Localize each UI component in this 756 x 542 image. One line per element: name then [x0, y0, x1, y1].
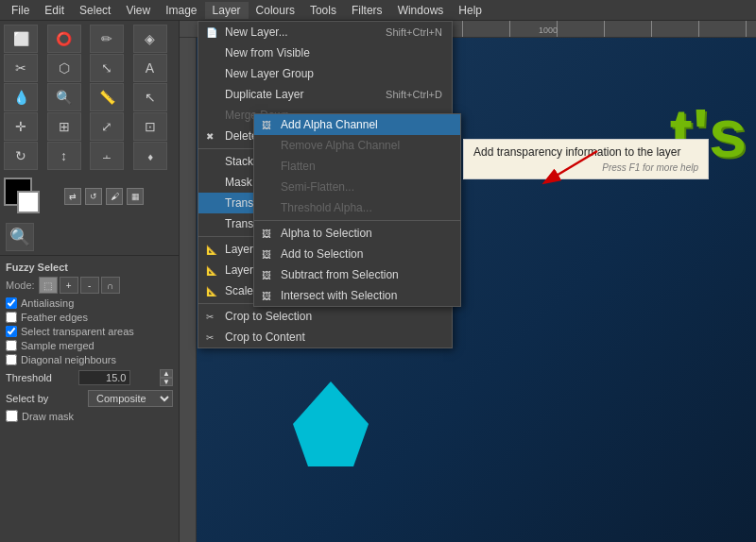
flatten-label: Flatten [281, 160, 316, 173]
menu-windows[interactable]: Windows [390, 2, 452, 19]
tool-align[interactable]: ⊞ [47, 112, 81, 141]
pattern-icon[interactable]: ▦ [127, 188, 144, 205]
threshold-label: Threshold [6, 372, 52, 383]
sample-merged-label: Sample merged [21, 340, 94, 351]
intersect-selection-icon: 🖼 [262, 291, 271, 301]
tool-zoom[interactable]: 🔍 [47, 83, 81, 111]
diagonal-neighbours-checkbox[interactable] [6, 354, 17, 365]
color-swatches[interactable] [4, 178, 51, 215]
tool-perspective[interactable]: ⬧ [133, 142, 167, 170]
menu-remove-alpha: Remove Alpha Channel [254, 135, 460, 156]
layer-to-image-icon: 📐 [206, 265, 217, 276]
menu-alpha-to-selection[interactable]: 🖼 Alpha to Selection [254, 223, 460, 244]
info-hint-text: Press F1 for more help [473, 162, 698, 173]
menu-new-layer-group[interactable]: New Layer Group [198, 63, 452, 84]
diagonal-neighbours-row: Diagonal neighbours [6, 354, 173, 365]
new-layer-shortcut: Shift+Ctrl+N [367, 26, 442, 38]
ruler-left [180, 38, 197, 542]
select-by-row: Select by Composite [6, 390, 173, 407]
tool-free-select[interactable]: ✏ [90, 25, 124, 53]
delete-icon: ✖ [206, 131, 214, 142]
menu-add-to-selection[interactable]: 🖼 Add to Selection [254, 244, 460, 264]
feather-edges-checkbox[interactable] [6, 312, 17, 323]
tool-shear[interactable]: ⫠ [90, 142, 124, 170]
alpha-selection-icon: 🖼 [262, 229, 271, 239]
tool-color-pick[interactable]: 💧 [4, 83, 38, 111]
threshold-down[interactable]: ▼ [160, 378, 173, 386]
menu-file[interactable]: File [4, 2, 37, 19]
draw-mask-checkbox[interactable] [6, 410, 18, 422]
antialiasing-label: Antialiasing [21, 297, 74, 309]
crop-content-label: Crop to Content [225, 330, 305, 344]
tool-text[interactable]: A [133, 54, 167, 82]
info-main-text: Add transparency information to the laye… [473, 145, 698, 159]
tool-transform[interactable]: ⤢ [90, 112, 124, 141]
menu-colours[interactable]: Colours [249, 2, 302, 19]
remove-alpha-label: Remove Alpha Channel [281, 139, 400, 152]
menu-semi-flatten: Semi-Flatten... [254, 177, 460, 197]
tool-foreground-select[interactable]: ⬡ [47, 54, 81, 82]
tool-measure[interactable]: 📏 [90, 83, 124, 111]
menu-threshold-alpha: Threshold Alpha... [254, 197, 460, 218]
menu-layer[interactable]: Layer [205, 2, 249, 19]
tool-paths[interactable]: ⤡ [90, 54, 124, 82]
tool-crop[interactable]: ⊡ [133, 112, 167, 141]
add-alpha-icon: 🖼 [262, 120, 271, 130]
menu-view[interactable]: View [118, 2, 158, 19]
menu-help[interactable]: Help [451, 2, 490, 19]
threshold-input[interactable]: 15.0 [78, 370, 130, 385]
select-transparent-checkbox[interactable] [6, 326, 17, 337]
mode-row: Mode: ⬚ + - ∩ [6, 277, 173, 294]
fuzzy-select-options: Fuzzy Select Mode: ⬚ + - ∩ Antialiasing … [0, 255, 179, 428]
mode-intersect[interactable]: ∩ [101, 277, 120, 294]
crop-selection-icon: ✂ [206, 312, 214, 322]
search-icon[interactable]: 🔍 [6, 223, 34, 251]
mode-subtract[interactable]: - [80, 277, 99, 294]
mode-replace[interactable]: ⬚ [39, 277, 58, 294]
transparency-submenu: 🖼 Add Alpha Channel Remove Alpha Channel… [253, 113, 461, 307]
menu-tools[interactable]: Tools [302, 2, 344, 19]
sample-merged-checkbox[interactable] [6, 340, 17, 351]
tool-scale[interactable]: ↕ [47, 142, 81, 170]
menu-select[interactable]: Select [72, 2, 118, 19]
threshold-alpha-label: Threshold Alpha... [281, 201, 372, 214]
menu-subtract-from-selection[interactable]: 🖼 Subtract from Selection [254, 264, 460, 285]
menu-crop-to-selection[interactable]: ✂ Crop to Selection [198, 306, 452, 327]
menu-add-alpha[interactable]: 🖼 Add Alpha Channel [254, 114, 460, 135]
tool-ellipse-select[interactable]: ⭕ [47, 25, 81, 53]
menu-new-from-visible[interactable]: New from Visible [198, 42, 452, 63]
reset-colors-icon[interactable]: ↺ [85, 188, 102, 205]
crop-selection-label: Crop to Selection [225, 310, 312, 323]
menu-edit[interactable]: Edit [37, 2, 72, 19]
threshold-up[interactable]: ▲ [160, 369, 173, 378]
antialiasing-checkbox[interactable] [6, 297, 17, 309]
menubar: File Edit Select View Image Layer Colour… [0, 0, 756, 21]
tool-rotate[interactable]: ↻ [4, 142, 38, 170]
subtract-selection-icon: 🖼 [262, 270, 271, 280]
tool-scissors[interactable]: ✂ [4, 54, 38, 82]
threshold-row: Threshold 15.0 ▲ ▼ [6, 369, 173, 386]
background-color[interactable] [17, 191, 40, 213]
canvas-shape [293, 381, 369, 466]
feather-edges-label: Feather edges [21, 312, 88, 323]
paint-icon[interactable]: 🖌 [106, 188, 123, 205]
menu-image[interactable]: Image [158, 2, 204, 19]
menu-crop-to-content[interactable]: ✂ Crop to Content [198, 327, 452, 347]
swap-colors-icon[interactable]: ⇄ [64, 188, 81, 205]
menu-filters[interactable]: Filters [344, 2, 390, 19]
feather-edges-row: Feather edges [6, 312, 173, 323]
tool-pointer[interactable]: ↖ [133, 83, 167, 111]
tool-move[interactable]: ✛ [4, 112, 38, 141]
menu-duplicate-layer[interactable]: Duplicate Layer Shift+Ctrl+D [198, 84, 452, 105]
diagonal-neighbours-label: Diagonal neighbours [21, 354, 116, 365]
toolbar-colors: ⇄ ↺ 🖌 ▦ [0, 174, 179, 219]
menu-intersect-with-selection[interactable]: 🖼 Intersect with Selection [254, 285, 460, 306]
menu-new-layer[interactable]: 📄 New Layer... Shift+Ctrl+N [198, 22, 452, 42]
semi-flatten-label: Semi-Flatten... [281, 180, 354, 194]
tool-fuzzy-select[interactable]: ◈ [133, 25, 167, 53]
select-by-dropdown[interactable]: Composite [88, 390, 173, 407]
crop-content-icon: ✂ [206, 332, 214, 343]
mode-add[interactable]: + [60, 277, 78, 294]
tool-rect-select[interactable]: ⬜ [4, 25, 38, 53]
mode-buttons: ⬚ + - ∩ [39, 277, 120, 294]
